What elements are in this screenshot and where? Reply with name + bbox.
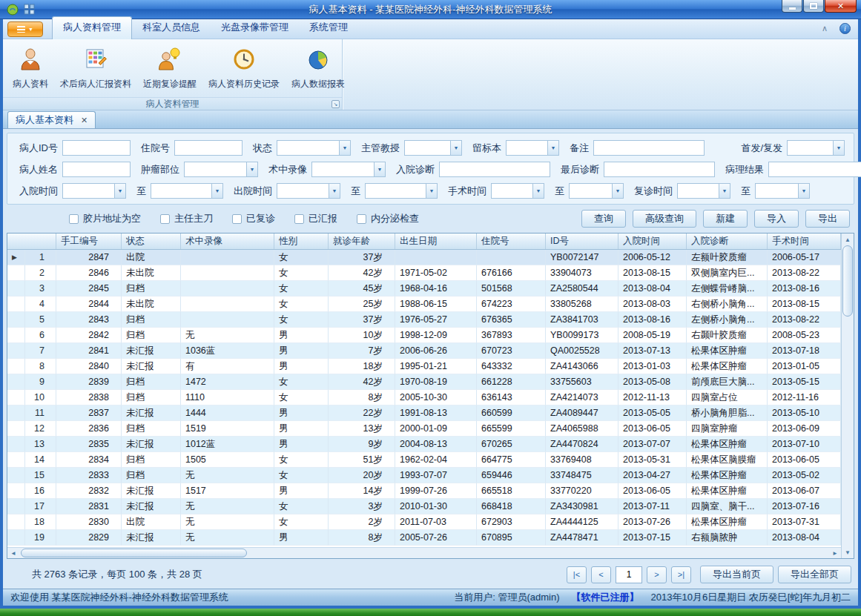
close-tab-icon[interactable]: ✕ — [81, 116, 88, 125]
table-row[interactable]: 32845归档女45岁1968-04-16501568ZA25805442013… — [7, 281, 841, 297]
prev-page-button[interactable]: < — [591, 566, 611, 583]
info-icon[interactable]: i — [839, 23, 851, 34]
collapse-ribbon-icon[interactable]: ∧ — [822, 24, 828, 33]
ribbon-button-report[interactable]: 术后病人汇报资料 — [55, 42, 136, 93]
grid-header-col-3[interactable]: 术中录像 — [181, 234, 274, 249]
close-button[interactable]: ✕ — [825, 0, 857, 13]
filter-input[interactable] — [604, 162, 715, 177]
table-row[interactable]: 62842归档无男10岁1998-12-09367893YB0099173200… — [7, 328, 841, 343]
chevron-down-icon[interactable]: ▼ — [719, 184, 730, 198]
filter-input[interactable] — [593, 140, 705, 156]
grid-header-col-11[interactable]: 手术时间 — [768, 234, 841, 249]
checkbox-box[interactable] — [357, 214, 366, 224]
checkbox-1[interactable]: 胶片地址为空 — [69, 212, 141, 225]
grid-header-col-1[interactable]: 手工编号 — [56, 234, 122, 249]
filter-combo[interactable]: ▼ — [787, 140, 845, 156]
grid-header-col-0[interactable] — [7, 234, 56, 249]
scroll-down-icon[interactable]: ▼ — [842, 546, 854, 558]
ribbon-tab-1[interactable]: 病人资料管理 — [52, 16, 132, 39]
filter-combo[interactable]: ▼ — [277, 140, 351, 156]
chevron-down-icon[interactable]: ▼ — [833, 141, 844, 155]
table-row[interactable]: 132835未汇报1012蓝男9岁2004-08-13670265ZA44708… — [7, 437, 841, 452]
action-button-5[interactable]: 导出 — [805, 210, 850, 228]
chevron-down-icon[interactable]: ▼ — [246, 162, 257, 176]
chevron-down-icon[interactable]: ▼ — [612, 184, 623, 198]
vertical-scrollbar[interactable]: ▲ ▼ — [841, 234, 854, 558]
combo-value[interactable] — [405, 141, 450, 155]
filter-combo[interactable]: ▼ — [404, 140, 462, 156]
grid-header-col-5[interactable]: 就诊年龄 — [329, 234, 395, 249]
horizontal-scrollbar[interactable]: ◄ ► — [7, 547, 841, 558]
filter-combo[interactable]: ▼ — [569, 183, 624, 199]
ribbon-tab-3[interactable]: 光盘录像带管理 — [211, 17, 299, 39]
table-row[interactable]: 192829未汇报无男8岁2005-07-26670895ZA447847120… — [7, 530, 841, 546]
table-row[interactable]: 102838归档1110女8岁2005-10-30636143ZA4214073… — [7, 390, 841, 405]
page-number-input[interactable] — [616, 566, 642, 583]
table-row[interactable]: 142834归档1505女51岁1962-02-0466477533769408… — [7, 452, 841, 468]
maximize-button[interactable] — [803, 0, 824, 13]
filter-combo[interactable]: ▼ — [311, 162, 386, 177]
action-button-4[interactable]: 导入 — [754, 210, 799, 228]
table-row[interactable]: 42844未出院女25岁1988-06-15674223338052682013… — [7, 297, 841, 312]
first-page-button[interactable]: |< — [567, 566, 587, 583]
grid-header-col-9[interactable]: 入院时间 — [618, 234, 687, 249]
dialog-launcher-icon[interactable]: ↘ — [331, 100, 340, 108]
ribbon-button-history[interactable]: 病人资料历史记录 — [203, 42, 285, 93]
ribbon-button-reminder[interactable]: 近期复诊提醒 — [138, 42, 202, 93]
checkbox-2[interactable]: 主任主刀 — [160, 212, 213, 225]
minimize-button[interactable] — [782, 0, 802, 13]
filter-combo[interactable]: ▼ — [365, 183, 438, 199]
application-menu-button[interactable]: ▼ — [7, 21, 43, 37]
combo-value[interactable] — [678, 184, 719, 198]
next-page-button[interactable]: > — [647, 566, 667, 583]
ribbon-button-patient[interactable]: 病人资料 — [7, 42, 53, 93]
filter-input[interactable] — [174, 140, 243, 156]
chevron-down-icon[interactable]: ▼ — [426, 184, 437, 198]
grid-header-col-6[interactable]: 出生日期 — [395, 234, 477, 249]
chevron-down-icon[interactable]: ▼ — [532, 184, 544, 198]
filter-input[interactable] — [439, 162, 550, 177]
last-page-button[interactable]: >| — [671, 566, 691, 583]
grid-header-col-2[interactable]: 状态 — [122, 234, 181, 249]
combo-value[interactable] — [492, 184, 532, 198]
scroll-left-icon[interactable]: ◄ — [7, 548, 19, 558]
filter-combo[interactable]: ▼ — [506, 140, 559, 156]
table-row[interactable]: 122836归档1519男13岁2000-01-09665599ZA406598… — [7, 421, 841, 437]
chevron-down-icon[interactable]: ▼ — [547, 141, 558, 155]
table-row[interactable]: 182830出院无女2岁2011-07-03672903ZA4444125201… — [7, 514, 841, 530]
horizontal-scroll-thumb[interactable] — [21, 549, 247, 557]
combo-value[interactable] — [185, 162, 246, 176]
table-row[interactable]: 152833归档无女20岁1993-07-0765944633748475201… — [7, 468, 841, 483]
grid-header-col-7[interactable]: 住院号 — [477, 234, 546, 249]
vertical-scroll-track[interactable] — [842, 245, 854, 546]
table-row[interactable]: 82840未汇报有男18岁1995-01-21643332ZA414306620… — [7, 359, 841, 374]
checkbox-5[interactable]: 内分泌检查 — [357, 212, 419, 225]
action-button-3[interactable]: 新建 — [703, 210, 748, 228]
scroll-up-icon[interactable]: ▲ — [842, 234, 854, 245]
checkbox-box[interactable] — [294, 214, 304, 224]
action-button-2[interactable]: 高级查询 — [633, 210, 696, 228]
combo-value[interactable] — [277, 184, 329, 198]
filter-input[interactable] — [768, 162, 861, 177]
ribbon-tab-2[interactable]: 科室人员信息 — [132, 17, 211, 39]
action-button-1[interactable]: 查询 — [581, 210, 626, 228]
filter-combo[interactable]: ▼ — [491, 183, 544, 199]
filter-combo[interactable]: ▼ — [151, 183, 223, 199]
checkbox-box[interactable] — [160, 214, 170, 224]
combo-value[interactable] — [507, 141, 547, 155]
export-current-page-button[interactable]: 导出当前页 — [700, 566, 773, 583]
filter-combo[interactable]: ▼ — [184, 162, 258, 177]
table-row[interactable]: 172831未汇报无女3岁2010-01-30668418ZA343098120… — [7, 499, 841, 514]
combo-value[interactable] — [151, 184, 211, 198]
ribbon-tab-4[interactable]: 系统管理 — [299, 17, 358, 39]
export-all-pages-button[interactable]: 导出全部页 — [778, 566, 851, 583]
table-row[interactable]: 162832未汇报1517男14岁1999-07-266655183377022… — [7, 483, 841, 499]
filter-input[interactable] — [62, 162, 131, 177]
combo-value[interactable] — [570, 184, 612, 198]
registration-status[interactable]: 【软件已注册】 — [572, 591, 639, 604]
filter-combo[interactable]: ▼ — [677, 183, 730, 199]
grid-header-col-10[interactable]: 入院诊断 — [687, 234, 768, 249]
table-row[interactable]: 72841未汇报1036蓝男7岁2006-06-26670723QA002552… — [7, 343, 841, 359]
table-row[interactable]: 52843归档女37岁1976-05-27676365ZA38417032013… — [7, 312, 841, 328]
chevron-down-icon[interactable]: ▼ — [450, 141, 461, 155]
